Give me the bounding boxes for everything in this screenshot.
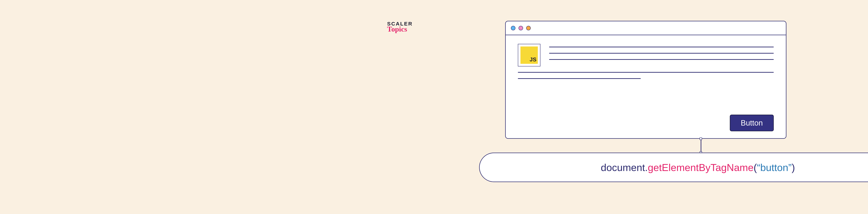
text-line <box>518 72 774 73</box>
code-paren-open: ( <box>753 162 757 173</box>
example-button[interactable]: Button <box>730 115 774 131</box>
code-dot: . <box>645 162 648 173</box>
text-lines-lower <box>518 72 774 79</box>
connector-handle-top <box>700 138 702 140</box>
browser-content: JS Button <box>506 35 786 138</box>
code-object: document <box>601 162 645 173</box>
traffic-light-orange <box>526 26 531 30</box>
browser-titlebar <box>506 21 786 35</box>
js-badge: JS <box>518 44 540 66</box>
traffic-light-blue <box>511 26 516 30</box>
text-line <box>549 53 774 54</box>
text-lines <box>549 44 774 60</box>
code-method: getElementByTagName <box>648 162 753 173</box>
code-expression: document.getElementByTagName(“button”) <box>479 153 868 182</box>
js-badge-text: JS <box>530 57 536 63</box>
connector-line <box>701 139 701 153</box>
js-badge-inner: JS <box>521 46 538 64</box>
content-row: JS <box>518 44 774 66</box>
text-line <box>549 47 774 47</box>
browser-window: JS Button <box>505 21 786 139</box>
button-label: Button <box>741 119 763 127</box>
code-argument: “button” <box>757 162 792 173</box>
text-line <box>549 59 774 60</box>
scaler-topics-logo: SCALER Topics <box>387 21 413 33</box>
logo-topics-text: Topics <box>387 25 407 33</box>
text-line <box>518 78 641 79</box>
code-paren-close: ) <box>792 162 795 173</box>
traffic-light-pink <box>519 26 523 30</box>
